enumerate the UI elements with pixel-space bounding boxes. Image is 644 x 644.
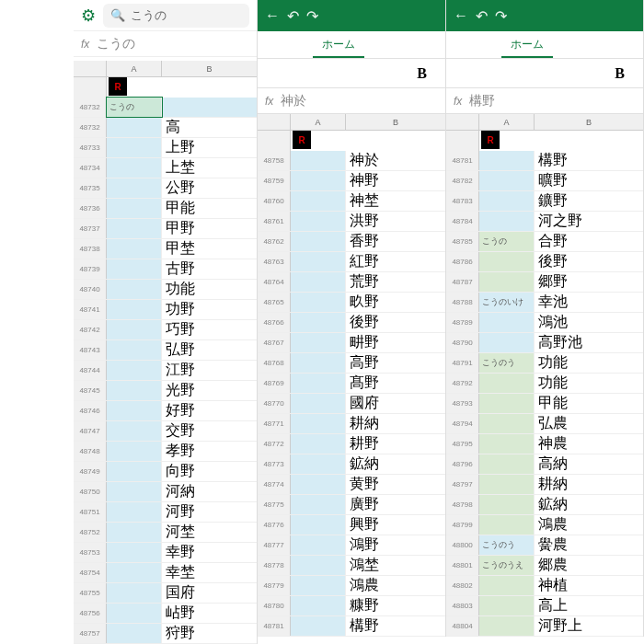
cell-b[interactable]: 構野 [535,151,643,170]
cell-a[interactable] [291,232,346,251]
row-number[interactable]: 48763 [258,252,291,271]
row-number[interactable]: 48798 [446,495,479,514]
row-number[interactable]: 48796 [446,454,479,474]
cell-a[interactable] [479,313,535,332]
cell-a[interactable] [291,353,346,373]
cell-b[interactable]: 郷農 [535,556,643,575]
row-number[interactable]: 48771 [258,414,291,433]
cell-a[interactable] [107,381,162,400]
cell-a[interactable]: こうの [479,232,535,251]
cell-b[interactable]: 鴻埜 [346,556,445,575]
row-number[interactable]: 48736 [74,199,107,218]
row-number[interactable]: 48738 [74,239,107,259]
cell-a[interactable] [291,212,346,231]
row-number[interactable]: 48773 [258,454,291,474]
cell-b[interactable]: 功能 [535,374,643,393]
corner-cell[interactable] [74,61,107,76]
cell-a[interactable] [291,475,346,494]
row-number[interactable]: 48751 [74,502,107,522]
row-number[interactable]: 48800 [446,535,479,555]
cell-b[interactable]: 耕野 [346,434,445,454]
cell-a[interactable] [107,320,162,339]
cell-b[interactable]: 功能 [162,280,257,299]
bold-button[interactable]: B [615,65,625,82]
cell-a[interactable] [107,239,162,259]
cell-b[interactable]: 幸野 [162,543,257,562]
cell-b[interactable]: 幸池 [535,293,643,312]
row-number[interactable]: 48775 [258,495,291,514]
fx-value[interactable]: 構野 [469,93,495,109]
col-header-b[interactable]: B [162,61,257,76]
cell-a[interactable] [107,624,162,643]
cell-b[interactable]: 古野 [162,259,257,279]
row-number[interactable]: 48774 [258,475,291,494]
tab-home[interactable]: ホーム [313,33,364,58]
cell-b[interactable]: 畊野 [346,333,445,352]
cell-b[interactable]: 香野 [346,232,445,251]
col-header-a[interactable]: A [479,114,535,130]
col-header-b[interactable]: B [346,114,445,130]
row-number[interactable]: 48744 [74,361,107,380]
cell-b[interactable]: 郷野 [535,272,643,292]
row-number[interactable]: 48777 [258,535,291,555]
cell-b[interactable]: 狩野 [162,624,257,643]
cell-b[interactable]: 黌農 [535,535,643,555]
row-number[interactable]: 48739 [74,259,107,279]
cell-a[interactable] [107,401,162,420]
row-number[interactable]: 48789 [446,313,479,332]
cell-a[interactable] [479,374,535,393]
cell-a[interactable] [107,523,162,542]
row-number[interactable]: 48764 [258,272,291,292]
row-number[interactable]: 48759 [258,171,291,190]
row-number[interactable]: 48750 [74,482,107,501]
row-number[interactable]: 48772 [258,434,291,454]
row-number[interactable]: 48742 [74,320,107,339]
cell-b[interactable]: 鴻農 [535,515,643,535]
cell-a[interactable] [107,563,162,582]
cell-a[interactable] [107,482,162,501]
cell-b[interactable]: 鴻農 [346,576,445,595]
row-number[interactable]: 48740 [74,280,107,299]
cell-b[interactable]: 黄野 [346,475,445,494]
cell-a[interactable] [107,340,162,360]
cell-a[interactable] [107,178,162,198]
undo-icon[interactable]: ↶ [476,7,488,25]
cell-a[interactable] [291,495,346,514]
row-number[interactable]: 48776 [258,515,291,535]
cell-b[interactable]: 河納 [162,482,257,501]
row-number[interactable]: 48803 [446,596,479,615]
row-number[interactable]: 48781 [258,616,291,636]
cell-b[interactable]: 光野 [162,381,257,400]
row-number[interactable]: 48732 [74,98,107,117]
row-number[interactable]: 48802 [446,576,479,595]
cell-b[interactable]: 甲能 [535,394,643,413]
tab-home[interactable]: ホーム [501,33,553,58]
cell-b[interactable]: 高野池 [535,333,643,352]
cell-b[interactable]: 高 [162,118,257,137]
cell-a[interactable] [479,495,535,514]
cell-a[interactable] [479,333,535,352]
cell-b[interactable]: 糠野 [346,596,445,615]
cell-b[interactable]: 荒野 [346,272,445,292]
row-number[interactable]: 48785 [446,232,479,251]
cell-a[interactable] [479,616,535,636]
cell-a-selected[interactable]: こうの [107,98,162,117]
cell-a[interactable] [291,596,346,615]
cell-a[interactable] [291,556,346,575]
cell-a[interactable] [291,191,346,211]
row-number[interactable]: 48755 [74,583,107,603]
cell-b[interactable]: 上埜 [162,158,257,178]
cell-b[interactable]: 鉱納 [346,454,445,474]
cell-b[interactable]: 甲野 [162,219,257,238]
row-number[interactable]: 48745 [74,381,107,400]
row-number[interactable]: 48794 [446,414,479,433]
cell-a[interactable] [479,596,535,615]
cell-b[interactable] [162,98,257,117]
row-number[interactable]: 48791 [446,353,479,373]
cell-a[interactable] [291,333,346,352]
cell-b[interactable]: 紅野 [346,252,445,271]
cell-b[interactable]: 功野 [162,300,257,319]
cell-a[interactable] [479,151,535,170]
cell-a[interactable] [107,300,162,319]
cell-b[interactable]: 神埜 [346,191,445,211]
